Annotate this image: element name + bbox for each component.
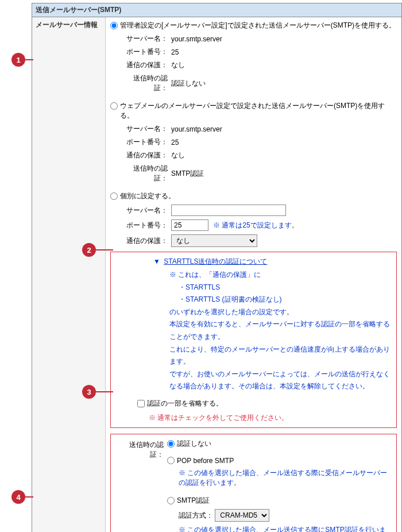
radio-auth-smtp-label: SMTP認証	[177, 496, 210, 506]
custom-port-input[interactable]	[171, 219, 208, 231]
annotation-line-3	[96, 391, 113, 392]
opt1-server-value: your.smtp.server	[171, 35, 222, 43]
skip-auth-checkbox-label: 認証の一部を省略する。	[147, 399, 223, 408]
opt2-secure-label: 通信の保護：	[122, 151, 168, 160]
auth-pop-note: ※ この値を選択した場合、メール送信する際に受信メールサーバーの認証を行います。	[179, 468, 391, 488]
radio-custom-smtp-label: 個別に設定する。	[120, 191, 175, 201]
auth-smtp-note: ※ この値を選択した場合、メール送信する際にSMTP認証を行います。	[179, 525, 391, 532]
starttls-line4: これにより、特定のメールサーバーとの通信速度が向上する場合があります。	[169, 344, 391, 368]
opt3-port-label: ポート番号：	[122, 221, 168, 230]
opt3-server-label: サーバー名：	[122, 206, 168, 215]
radio-auth-none[interactable]	[167, 440, 175, 448]
annotation-line-1	[25, 59, 33, 60]
starttls-line5: ですが、お使いのメールサーバーによっては、メールの送信が行えなくなる場合がありま…	[169, 368, 391, 393]
opt2-secure-value: なし	[171, 151, 185, 160]
radio-auth-none-label: 認証しない	[177, 439, 211, 449]
opt1-secure-label: 通信の保護：	[122, 60, 168, 70]
starttls-bullet1: ・STARTTLS	[179, 282, 391, 294]
custom-secure-select[interactable]: なし	[171, 234, 257, 247]
mail-server-info-label: メールサーバー情報	[32, 17, 106, 532]
annotation-badge-2: 2	[82, 243, 96, 257]
opt2-port-label: ポート番号：	[122, 137, 168, 147]
starttls-info-box: ▼ STARTTLS送信時の認証について ※ これは、「通信の保護」に ・STA…	[110, 252, 397, 428]
skip-auth-checkbox[interactable]	[137, 400, 145, 407]
radio-use-webmail-smtp-label: ウェブメールのメールサーバー設定で設定された送信メールサーバー(SMTP)を使用…	[120, 101, 397, 121]
auth-method-select[interactable]: CRAM-MD5	[215, 509, 269, 522]
starttls-line3: 本設定を有効にすると、メールサーバーに対する認証の一部を省略することができます。	[169, 318, 391, 343]
opt2-server-label: サーバー名：	[122, 124, 168, 134]
annotation-line-4	[25, 496, 33, 498]
opt3-secure-label: 通信の保護：	[122, 236, 168, 246]
starttls-red-note: ※ 通常はチェックを外してご使用ください。	[149, 413, 391, 423]
opt2-server-value: your.smtp.server	[171, 125, 222, 133]
radio-use-webmail-smtp[interactable]	[110, 102, 118, 110]
port-note: ※ 通常は25で設定します。	[213, 221, 299, 230]
annotation-badge-3: 3	[82, 385, 96, 399]
annotation-badge-4: 4	[11, 490, 25, 504]
radio-use-admin-smtp[interactable]	[110, 22, 118, 29]
radio-auth-smtp[interactable]	[167, 497, 175, 504]
starttls-link[interactable]: STARTTLS送信時の認証について	[164, 257, 267, 265]
opt2-port-value: 25	[171, 138, 179, 147]
opt1-port-label: ポート番号：	[122, 47, 168, 57]
opt2-auth-value: SMTP認証	[171, 169, 204, 179]
send-auth-label: 送信時の認証：	[117, 439, 167, 460]
chevron-down-icon: ▼	[153, 257, 160, 265]
starttls-line2: のいずれかを選択した場合の設定です。	[169, 306, 391, 319]
opt2-auth-label: 送信時の認証：	[122, 164, 168, 183]
annotation-badge-1: 1	[11, 53, 25, 67]
panel-title: 送信メールサーバー(SMTP)	[32, 3, 401, 17]
opt1-secure-value: なし	[171, 60, 185, 70]
send-auth-box: 送信時の認証： 認証しない P	[110, 434, 397, 532]
annotation-line-2	[96, 249, 113, 250]
radio-custom-smtp[interactable]	[110, 192, 118, 200]
radio-use-admin-smtp-label: 管理者設定の[メールサーバー設定]で設定された送信メールサーバー(SMTP)を使…	[120, 21, 396, 30]
radio-auth-pop[interactable]	[167, 457, 175, 464]
custom-server-input[interactable]	[171, 205, 286, 216]
opt1-server-label: サーバー名：	[122, 34, 168, 44]
smtp-settings-panel: 送信メールサーバー(SMTP) メールサーバー情報 管理者設定の[メールサーバー…	[32, 3, 402, 532]
starttls-bullet2: ・STARTTLS (証明書の検証なし)	[179, 294, 391, 306]
radio-auth-pop-label: POP before SMTP	[177, 457, 234, 465]
opt1-port-value: 25	[171, 48, 179, 56]
opt1-auth-label: 送信時の認証：	[122, 74, 168, 93]
opt1-auth-value: 認証しない	[171, 79, 206, 88]
starttls-line1: ※ これは、「通信の保護」に	[169, 269, 391, 282]
auth-method-label: 認証方式：	[179, 511, 213, 519]
